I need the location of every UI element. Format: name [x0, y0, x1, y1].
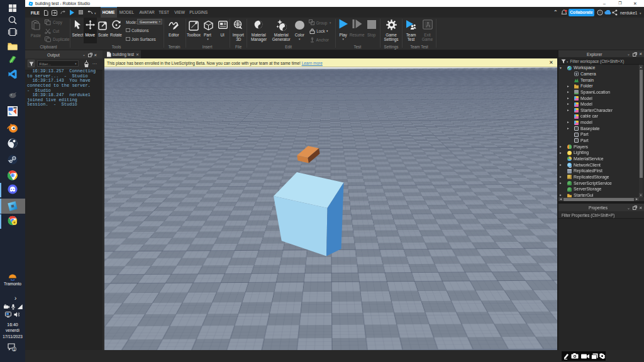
svg-text:1: 1 — [13, 348, 15, 351]
